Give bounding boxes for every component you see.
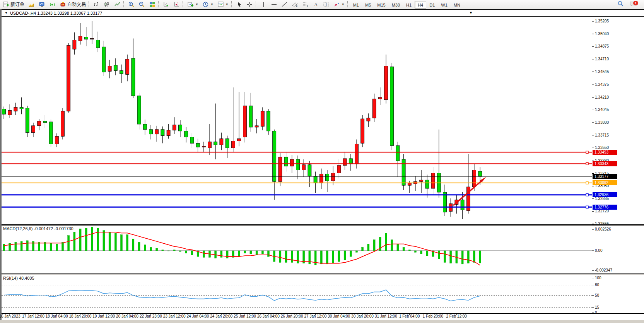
resistance-line-1-handle[interactable] — [586, 151, 588, 154]
time-axis-label: 1 Feb 04:00 — [399, 314, 420, 318]
candle-body — [378, 97, 382, 99]
candle-body — [273, 131, 276, 182]
rsi-axis-tick: 0 — [595, 311, 597, 315]
candle-body — [384, 66, 388, 100]
candle-body — [255, 126, 258, 127]
time-axis-label: 27 Jan 12:00 — [304, 314, 326, 318]
price-axis-tick: 1.33550 — [595, 145, 609, 150]
candle-body — [367, 118, 370, 121]
candle-body — [73, 40, 76, 49]
time-axis-label: 23 Jan 12:00 — [163, 314, 186, 318]
candle-body — [225, 139, 229, 148]
price-axis-tick: 1.34045 — [595, 108, 609, 112]
candle-body — [361, 119, 364, 143]
candle-body — [184, 131, 188, 137]
candle-body — [26, 108, 29, 132]
candle-body — [38, 121, 41, 126]
candle-body — [261, 111, 264, 126]
candle-body — [161, 130, 164, 136]
candle-body — [319, 174, 323, 183]
rsi-axis-tick: 80 — [595, 283, 599, 287]
candle-body — [102, 47, 106, 72]
price-axis-tick: 1.32720 — [595, 209, 609, 213]
candle-body — [196, 143, 200, 147]
candle-body — [302, 165, 306, 170]
pivot-line-price-badge: 1.33092 — [593, 180, 617, 185]
candle-body — [55, 137, 58, 144]
price-axis-tick: 1.34210 — [595, 95, 609, 99]
candle-body — [249, 106, 253, 127]
time-axis-label: 30 Jan 04:00 — [328, 314, 350, 318]
candle-body — [173, 125, 176, 130]
candle-body — [179, 125, 182, 131]
candle-body — [67, 45, 70, 111]
candle-body — [43, 121, 47, 123]
price-axis-tick: 1.35040 — [595, 32, 609, 36]
candle-body — [267, 111, 270, 131]
price-axis-tick: 1.33880 — [595, 120, 609, 125]
candle-body — [343, 159, 347, 166]
candle-body — [355, 144, 359, 164]
price-axis-tick: 1.34545 — [595, 70, 609, 74]
candle-body — [61, 111, 65, 136]
candle-body — [337, 166, 341, 173]
candle-body — [79, 36, 82, 41]
candle-body — [314, 176, 317, 183]
candle-body — [84, 37, 88, 39]
time-axis-label: 19 Jan 12:00 — [92, 314, 115, 318]
current-price-line-price-badge: 1.33177 — [593, 174, 617, 179]
candle-body — [155, 130, 159, 134]
candle-body — [243, 106, 247, 137]
candle-body — [114, 65, 117, 71]
pivot-line-handle[interactable] — [586, 182, 588, 184]
macd-axis-tick: -0.002347 — [595, 268, 612, 272]
candle-body — [349, 159, 352, 164]
time-axis-label: 18 Jan 04:00 — [46, 314, 68, 318]
candle-body — [220, 139, 223, 145]
candle-body — [396, 145, 400, 161]
candles — [2, 21, 482, 219]
support-line-1-price-badge: 1.32936 — [593, 192, 617, 197]
candle-body — [202, 146, 205, 147]
time-axis-label: 26 Jan 04:00 — [257, 314, 280, 318]
price-axis-tick: 1.34710 — [595, 57, 609, 61]
price-axis-tick: 1.35205 — [595, 19, 609, 23]
candle-body — [390, 67, 394, 146]
chart-canvas[interactable] — [0, 0, 644, 323]
support-line-2-handle[interactable] — [586, 206, 588, 208]
candle-body — [331, 173, 335, 181]
time-axis-label: 30 Jan 20:00 — [351, 314, 374, 318]
candle-body — [278, 157, 282, 181]
resistance-line-2-handle[interactable] — [586, 162, 588, 165]
time-axis-label: 26 Jan 20:00 — [281, 314, 303, 318]
candle-body — [473, 170, 476, 187]
candle-body — [290, 159, 294, 166]
price-axis-tick: 1.34375 — [595, 82, 609, 87]
candle-body — [408, 183, 411, 185]
candle-body — [296, 159, 300, 170]
mt4-window: 新订单自动交易▼▼▼EFAT▼M1M5M15M30H1H4D1W1MN1 ▼ U… — [0, 0, 644, 323]
candle-body — [402, 159, 405, 185]
candle-body — [132, 58, 135, 96]
candle-body — [420, 180, 423, 181]
time-axis-label: 18 Jan 20:00 — [69, 314, 91, 318]
candle-body — [308, 165, 311, 176]
candle-body — [284, 157, 288, 166]
candle-body — [372, 99, 376, 118]
rsi-axis-tick: 50 — [595, 293, 599, 297]
rsi-label: RSI(14) 48.4005 — [3, 276, 34, 280]
price-axis-tick: 1.33715 — [595, 133, 609, 137]
candle-body — [461, 200, 464, 210]
macd-label: MACD(12,26,9) -0.001472 -0.001730 — [3, 226, 73, 231]
time-axis-label: 25 Jan 12:00 — [234, 314, 256, 318]
candle-body — [137, 96, 141, 124]
support-line-2-price-badge: 1.32776 — [593, 205, 617, 210]
candle-body — [96, 40, 100, 48]
support-line-1-handle[interactable] — [586, 194, 588, 196]
candle-body — [14, 107, 17, 111]
macd-histogram — [3, 227, 481, 265]
price-axis-tick: 1.34875 — [595, 44, 609, 48]
candle-body — [49, 122, 53, 144]
candle-body — [8, 110, 12, 115]
candle-body — [237, 139, 241, 141]
